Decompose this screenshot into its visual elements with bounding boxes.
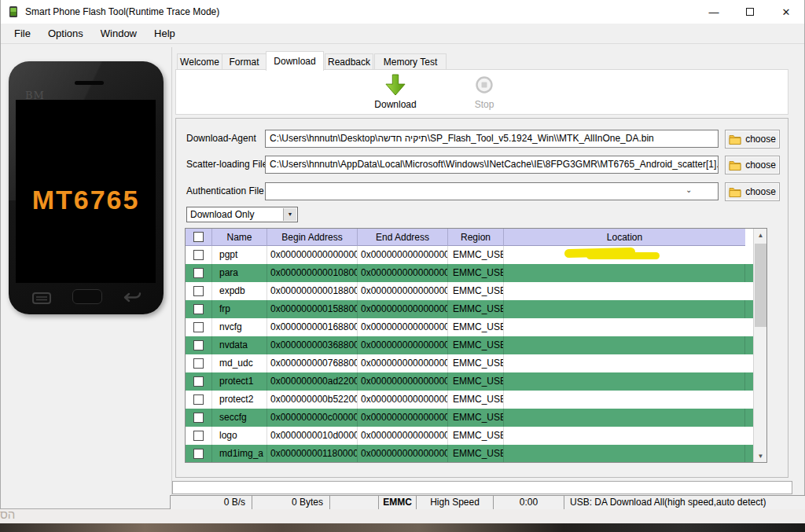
phone-illustration: BM MT6765 — [9, 61, 164, 314]
download-agent-choose-button[interactable]: choose — [725, 130, 780, 149]
folder-icon — [729, 134, 741, 145]
scrollbar-thumb[interactable] — [755, 244, 766, 327]
menu-file[interactable]: File — [6, 24, 39, 42]
toolbar: Download Stop — [175, 69, 788, 115]
chevron-down-icon[interactable]: ⌄ — [686, 185, 695, 196]
download-agent-label: Download-Agent — [186, 130, 256, 148]
table-row-md1img_a[interactable]: md1img_a0x00000000118000000x000000000000… — [186, 445, 766, 463]
row-name-cell: para — [212, 264, 267, 282]
row-end-cell: 0x0000000000000000 — [358, 300, 448, 318]
client-area: BM MT6765 Welcome Format Download Readba… — [1, 44, 804, 509]
stop-icon — [476, 76, 493, 94]
auth-file-combobox[interactable] — [265, 182, 719, 200]
row-end-cell: 0x0000000000000000 — [358, 246, 448, 264]
tab-download[interactable]: Download — [266, 51, 324, 71]
tab-memory-test[interactable]: Memory Test — [374, 53, 447, 70]
table-row-para[interactable]: para0x00000000001080000x0000000000000000… — [186, 264, 766, 282]
row-checkbox-cell — [186, 409, 212, 427]
choose-button-label: choose — [745, 134, 776, 145]
row-checkbox-cell — [186, 427, 212, 445]
row-name-cell: nvdata — [212, 336, 267, 354]
status-empty-cell — [330, 496, 379, 509]
minimize-button[interactable]: — — [696, 0, 732, 24]
maximize-button[interactable] — [732, 0, 768, 24]
row-checkbox[interactable] — [193, 268, 204, 278]
row-region-cell: EMMC_USER — [448, 264, 504, 282]
table-scrollbar[interactable]: ▲ ▼ — [753, 229, 766, 462]
choose-button-label: choose — [745, 186, 776, 197]
row-name-cell: expdb — [212, 282, 267, 300]
menu-options[interactable]: Options — [39, 24, 92, 42]
row-begin-cell: 0x0000000010d00000 — [267, 427, 358, 445]
scroll-up-icon[interactable]: ▲ — [754, 229, 767, 241]
row-location-cell — [504, 445, 745, 463]
row-begin-cell: 0x0000000001688000 — [267, 318, 358, 336]
row-checkbox[interactable] — [193, 413, 204, 423]
row-checkbox[interactable] — [193, 286, 204, 296]
scatter-file-choose-button[interactable]: choose — [725, 156, 780, 174]
table-row-frp[interactable]: frp0x00000000015880000x0000000000000000E… — [186, 300, 766, 318]
row-location-cell — [504, 372, 745, 391]
row-checkbox[interactable] — [193, 358, 204, 369]
download-mode-select[interactable]: Download Only ▼ — [186, 207, 298, 222]
row-checkbox[interactable] — [193, 394, 204, 405]
close-button[interactable]: ✕ — [768, 0, 804, 24]
stop-button[interactable]: Stop — [456, 73, 513, 110]
header-location[interactable]: Location — [504, 229, 745, 246]
tab-readback[interactable]: Readback — [325, 53, 373, 70]
menu-window[interactable]: Window — [92, 24, 145, 42]
table-row-expdb[interactable]: expdb0x00000000001880000x000000000000000… — [186, 282, 766, 300]
row-region-cell: EMMC_USER — [448, 427, 504, 445]
row-checkbox[interactable] — [193, 322, 204, 332]
chevron-down-icon[interactable]: ⌄ — [686, 159, 695, 170]
auth-file-row: Authentication File ⌄ choose — [176, 182, 788, 200]
dropdown-arrow-icon[interactable]: ▼ — [283, 208, 296, 221]
table-row-logo[interactable]: logo0x0000000010d000000x0000000000000000… — [186, 427, 766, 445]
folder-icon — [729, 187, 741, 197]
row-location-cell — [504, 282, 745, 300]
row-begin-cell: 0x000000000b522000 — [267, 391, 358, 409]
menu-help[interactable]: Help — [145, 24, 184, 42]
partition-table: Name Begin Address End Address Region Lo… — [185, 228, 767, 463]
header-name[interactable]: Name — [212, 229, 267, 246]
row-checkbox[interactable] — [193, 304, 204, 314]
row-checkbox[interactable] — [193, 250, 204, 260]
row-checkbox[interactable] — [193, 340, 204, 350]
row-checkbox-cell — [186, 318, 212, 336]
row-location-cell — [504, 354, 745, 372]
auth-file-choose-button[interactable]: choose — [725, 182, 780, 201]
table-row-nvcfg[interactable]: nvcfg0x00000000016880000x000000000000000… — [186, 318, 766, 336]
table-row-pgpt[interactable]: pgpt0x00000000000000000x0000000000000000… — [186, 246, 766, 264]
scatter-file-combobox[interactable]: C:\Users\hnnutn\AppData\Local\Microsoft\… — [265, 156, 719, 174]
table-row-protect2[interactable]: protect20x000000000b5220000x000000000000… — [186, 391, 766, 409]
row-end-cell: 0x0000000000000000 — [358, 409, 448, 427]
row-location-cell — [504, 336, 745, 354]
table-row-protect1[interactable]: protect10x000000000ad220000x000000000000… — [186, 372, 766, 391]
table-row-nvdata[interactable]: nvdata0x00000000036880000x00000000000000… — [186, 336, 766, 354]
row-end-cell: 0x0000000000000000 — [358, 282, 448, 300]
download-agent-input[interactable]: C:\Users\hnnutn\Desktop\תיקיה חדשה\SP_Fl… — [265, 130, 719, 148]
title-bar: Smart Phone Flash Tool(Runtime Trace Mod… — [1, 0, 804, 24]
row-name-cell: protect1 — [212, 372, 267, 391]
row-location-cell — [504, 264, 745, 282]
row-checkbox[interactable] — [193, 376, 204, 387]
tab-format[interactable]: Format — [222, 53, 266, 70]
tab-welcome[interactable]: Welcome — [177, 53, 222, 70]
header-end-address[interactable]: End Address — [358, 229, 448, 246]
scroll-down-icon[interactable]: ▼ — [754, 449, 767, 462]
row-checkbox[interactable] — [193, 431, 204, 441]
table-row-md_udc[interactable]: md_udc0x00000000076880000x00000000000000… — [186, 354, 766, 372]
table-row-seccfg[interactable]: seccfg0x000000000c0000000x00000000000000… — [186, 409, 766, 427]
row-end-cell: 0x0000000000000000 — [358, 427, 448, 445]
row-begin-cell: 0x0000000007688000 — [267, 354, 358, 372]
download-button-label: Download — [374, 99, 416, 110]
download-button[interactable]: Download — [367, 73, 424, 110]
select-all-checkbox[interactable] — [193, 232, 204, 242]
header-begin-address[interactable]: Begin Address — [267, 229, 358, 246]
row-location-cell — [504, 391, 745, 409]
row-checkbox[interactable] — [193, 449, 204, 459]
row-name-cell: protect2 — [212, 391, 267, 409]
row-checkbox-cell — [186, 354, 212, 372]
row-checkbox-cell — [186, 282, 212, 300]
header-region[interactable]: Region — [448, 229, 504, 246]
